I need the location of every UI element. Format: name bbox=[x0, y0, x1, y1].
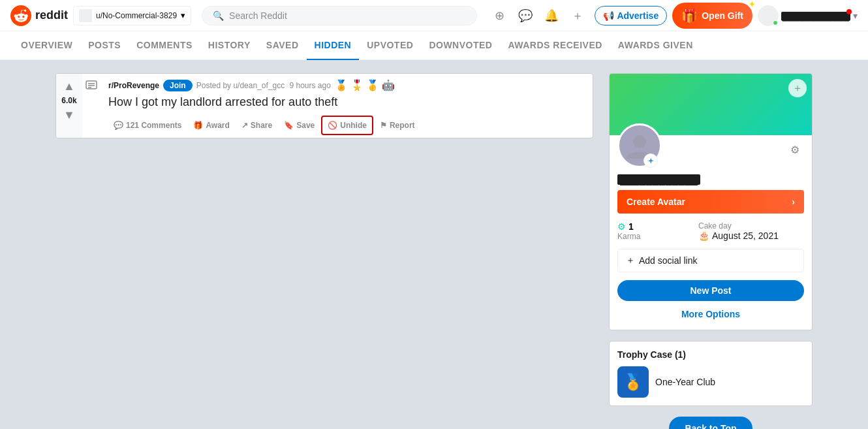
add-icon[interactable]: ＋ bbox=[566, 4, 589, 27]
tab-awards-received[interactable]: AWARDS RECEIVED bbox=[500, 31, 610, 60]
search-box[interactable]: 🔍 Search Reddit bbox=[202, 6, 477, 25]
back-to-top-container: Back to Top bbox=[609, 417, 813, 429]
more-options-button[interactable]: More Options bbox=[617, 306, 804, 322]
add-social-label: Add social link bbox=[639, 255, 698, 266]
trophy-item: 🏅 One-Year Club bbox=[617, 366, 804, 398]
flag-icon: ⚑ bbox=[380, 121, 387, 130]
gift-icon: 🎁 bbox=[681, 8, 698, 24]
cake-day-info: Cake day 🎂 August 25, 2021 bbox=[698, 221, 804, 241]
comment-icon: 💬 bbox=[114, 121, 123, 130]
comments-button[interactable]: 💬 121 Comments bbox=[108, 117, 187, 134]
nav-username-masked: ████████████ bbox=[781, 12, 850, 21]
post-meta: r/ProRevenge Join Posted by u/dean_of_gc… bbox=[108, 79, 587, 91]
create-avatar-label: Create Avatar bbox=[627, 197, 685, 207]
subreddit-link[interactable]: r/ProRevenge bbox=[108, 81, 159, 90]
megaphone-icon: 📢 bbox=[603, 10, 614, 21]
vote-count: 6.0k bbox=[61, 96, 76, 105]
award-label: Award bbox=[206, 121, 229, 130]
nav-icons: ⊕ 💬 🔔 ＋ bbox=[488, 4, 589, 27]
open-gift-button[interactable]: 🎁 Open Gift ✦ bbox=[672, 3, 752, 29]
post-title[interactable]: How I got my landlord arrested for auto … bbox=[108, 94, 587, 110]
notification-dot bbox=[846, 9, 852, 14]
post-type-icon bbox=[82, 74, 103, 138]
vote-column: ▲ 6.0k ▼ bbox=[56, 74, 82, 138]
reddit-logo[interactable]: reddit bbox=[10, 5, 68, 26]
downvote-button[interactable]: ▼ bbox=[62, 108, 76, 122]
upvote-button[interactable]: ▲ bbox=[62, 79, 76, 93]
advertise-button[interactable]: 📢 Advertise bbox=[595, 6, 667, 25]
share-button[interactable]: ↗ Share bbox=[236, 117, 277, 134]
trophy-icon: 🏅 bbox=[617, 366, 649, 398]
chevron-right-icon: › bbox=[792, 197, 795, 207]
tab-downvoted[interactable]: DOWNVOTED bbox=[421, 31, 500, 60]
post-awards: 🏅 🎖️ 🥇 🤖 bbox=[335, 79, 395, 91]
report-button[interactable]: ⚑ Report bbox=[375, 117, 420, 134]
post-actions: 💬 121 Comments 🎁 Award ↗ Share � bbox=[108, 116, 587, 135]
settings-button[interactable]: ⚙ bbox=[786, 140, 804, 159]
award-1: 🏅 bbox=[335, 79, 348, 91]
join-button[interactable]: Join bbox=[163, 80, 193, 91]
post-time: 9 hours ago bbox=[289, 81, 330, 90]
back-to-top-button[interactable]: Back to Top bbox=[669, 417, 752, 429]
cake-day-label: Cake day bbox=[698, 221, 804, 230]
profile-tabs: OVERVIEW POSTS COMMENTS HISTORY SAVED HI… bbox=[0, 31, 868, 60]
plus-social-icon: ＋ bbox=[626, 255, 635, 266]
report-label: Report bbox=[390, 121, 415, 130]
post-feed: ▲ 6.0k ▼ r/ProRevenge Join bbox=[55, 73, 593, 429]
trophy-title: Trophy Case (1) bbox=[617, 349, 804, 360]
share-icon: ↗ bbox=[241, 121, 248, 130]
account-username: u/No-Commercial-3829 bbox=[96, 11, 177, 20]
add-banner-button[interactable]: ＋ bbox=[788, 79, 807, 97]
account-icon bbox=[79, 9, 92, 22]
open-gift-label: Open Gift bbox=[702, 10, 743, 21]
add-social-button[interactable]: ＋ Add social link bbox=[617, 249, 804, 272]
external-link-icon[interactable]: ⊕ bbox=[488, 4, 511, 27]
karma-icon-row: ⚙ 1 bbox=[617, 221, 688, 232]
save-button[interactable]: 🔖 Save bbox=[279, 117, 320, 134]
notifications-icon[interactable]: 🔔 bbox=[540, 4, 563, 27]
main-layout: ▲ 6.0k ▼ r/ProRevenge Join bbox=[42, 73, 826, 429]
top-navigation: reddit u/No-Commercial-3829 ▾ 🔍 Search R… bbox=[0, 0, 868, 31]
add-avatar-button[interactable]: ＋ bbox=[643, 153, 658, 168]
profile-info: ████████████ Create Avatar › ⚙ 1 Karma C bbox=[610, 161, 812, 330]
profile-card: ＋ ＋ ⚙ ████████████ Create bbox=[609, 73, 813, 330]
tab-posts[interactable]: POSTS bbox=[80, 31, 129, 60]
tab-overview[interactable]: OVERVIEW bbox=[13, 31, 80, 60]
new-post-button[interactable]: New Post bbox=[617, 280, 804, 301]
author-label: Posted by u/dean_of_gcc bbox=[196, 81, 285, 90]
award-button[interactable]: 🎁 Award bbox=[188, 117, 234, 134]
unhide-label: Unhide bbox=[340, 121, 367, 130]
online-indicator bbox=[773, 20, 778, 25]
chat-icon[interactable]: 💬 bbox=[514, 4, 537, 27]
award-icon: 🎁 bbox=[193, 121, 203, 130]
search-placeholder: Search Reddit bbox=[229, 10, 287, 21]
cake-day-value: 🎂 August 25, 2021 bbox=[698, 230, 804, 241]
unhide-button[interactable]: 🚫 Unhide bbox=[321, 116, 373, 135]
tab-hidden[interactable]: HIDDEN bbox=[307, 31, 360, 60]
tab-upvoted[interactable]: UPVOTED bbox=[359, 31, 421, 60]
sparkle-icon: ✦ bbox=[749, 0, 755, 9]
bookmark-icon: 🔖 bbox=[284, 121, 294, 130]
tab-saved[interactable]: SAVED bbox=[258, 31, 307, 60]
search-icon: 🔍 bbox=[213, 10, 224, 21]
gear-icon: ⚙ bbox=[790, 144, 799, 156]
site-name: reddit bbox=[35, 8, 68, 22]
comments-label: 121 Comments bbox=[126, 121, 181, 130]
cake-icon: 🎂 bbox=[698, 230, 709, 241]
tab-history[interactable]: HISTORY bbox=[200, 31, 258, 60]
tab-comments[interactable]: COMMENTS bbox=[129, 31, 200, 60]
award-2: 🎖️ bbox=[350, 79, 364, 91]
gear-karma-icon: ⚙ bbox=[617, 221, 626, 232]
unhide-icon: 🚫 bbox=[328, 121, 337, 130]
create-avatar-button[interactable]: Create Avatar › bbox=[617, 190, 804, 214]
svg-point-5 bbox=[633, 135, 646, 148]
post-card: ▲ 6.0k ▼ r/ProRevenge Join bbox=[55, 73, 593, 138]
trophy-card: Trophy Case (1) 🏅 One-Year Club bbox=[609, 341, 813, 406]
tab-awards-given[interactable]: AWARDS GIVEN bbox=[610, 31, 701, 60]
account-dropdown[interactable]: u/No-Commercial-3829 ▾ bbox=[73, 6, 191, 25]
user-avatar[interactable] bbox=[758, 5, 779, 26]
search-container: 🔍 Search Reddit bbox=[202, 6, 477, 25]
award-4: 🤖 bbox=[382, 79, 395, 91]
save-label: Save bbox=[296, 121, 315, 130]
stats-section: ⚙ 1 Karma Cake day 🎂 August 25, 2021 bbox=[617, 221, 804, 241]
